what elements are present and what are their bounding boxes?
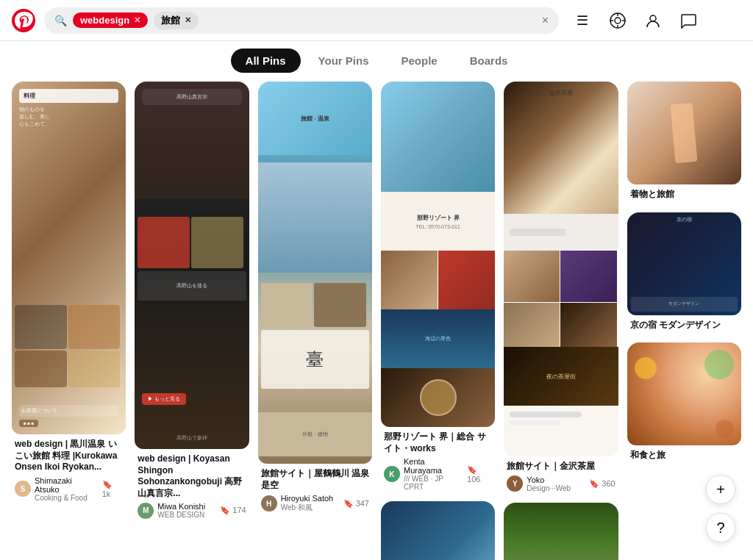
search-bar[interactable]: 🔍 webdesign ✕ 旅館 ✕ × — [44, 7, 559, 34]
tag-webdesign-close[interactable]: ✕ — [134, 15, 140, 25]
author-name: Shimazaki Atsuko — [35, 476, 99, 494]
pinterest-logo[interactable] — [12, 9, 35, 32]
list-item: 京の宿 モダンデザイン 京の宿 モダンデザイン — [627, 212, 741, 334]
pin-card[interactable]: 着物と旅館 — [627, 82, 741, 204]
filter-tabs: All Pins Your Pins People Boards — [0, 41, 753, 82]
pin-card[interactable]: 高野山真言宗 高野山を巡る ▶ もっと見る 高野山で参拝 web design … — [135, 82, 249, 520]
save-count: 🔖 106 — [467, 465, 492, 484]
avatar: M — [138, 503, 154, 519]
menu-button[interactable]: ☰ — [568, 6, 597, 35]
svg-point-2 — [615, 18, 621, 24]
svg-point-7 — [650, 15, 656, 21]
save-count: 🔖 347 — [343, 499, 369, 509]
pin-card[interactable]: 和食と旅 — [627, 342, 741, 464]
author-name: Yoko — [527, 475, 571, 484]
profile-button[interactable] — [638, 6, 668, 35]
save-count: 🔖 1k — [102, 480, 124, 498]
pin-meta: K Kenta Murayama /// WEB · JP CPRT 🔖 106 — [384, 457, 492, 491]
pin-card[interactable]: 料理 物のものを楽しむ、美し心もこめて。 お部屋について ■ ■ ■ — [12, 82, 126, 503]
save-count: 🔖 360 — [589, 479, 615, 489]
fab-container: + ? — [706, 475, 735, 542]
pin-card[interactable]: 森の宿 森の旅館・自然リゾート — [504, 503, 618, 560]
search-input[interactable] — [204, 15, 535, 26]
list-item: 那野リゾート 界 TEL: 0570-073-011 海辺の景色 那野リゾート … — [381, 82, 495, 492]
tag-ryokan[interactable]: 旅館 ✕ — [154, 12, 199, 29]
author-name: Hiroyuki Satoh — [281, 494, 334, 503]
header-icons: ☰ — [568, 6, 703, 35]
pins-grid: 料理 物のものを楽しむ、美し心もこめて。 お部屋について ■ ■ ■ — [0, 82, 753, 560]
tab-people[interactable]: People — [387, 49, 452, 73]
avatar: Y — [507, 475, 523, 492]
list-item: 森の宿 森の旅館・自然リゾート — [504, 503, 618, 560]
author-sub: WEB DESIGN — [157, 511, 205, 519]
notifications-button[interactable] — [603, 6, 632, 35]
avatar: H — [261, 495, 277, 511]
app-header: 🔍 webdesign ✕ 旅館 ✕ × ☰ — [0, 0, 753, 41]
tag-ryokan-label: 旅館 — [161, 14, 180, 27]
pin-card[interactable]: 旅館 · 温泉 臺 外観・建物 旅館サイト｜屋鶴鶴川 温泉 是空 H — [258, 82, 372, 514]
list-item: 温泉リゾート よりよい旅のために — [381, 501, 495, 560]
pin-title: 旅館サイト｜金沢茶屋 — [507, 461, 615, 473]
pin-title: web design | 黒川温泉 いこい旅館 料理 |Kurokawa Ons… — [15, 439, 123, 473]
list-item: 和食と旅 — [627, 342, 741, 464]
pin-meta: M Miwa Konishi WEB DESIGN 🔖 174 — [138, 502, 246, 519]
list-item: 高野山真言宗 高野山を巡る ▶ もっと見る 高野山で参拝 web design … — [135, 82, 249, 520]
save-count: 🔖 174 — [220, 506, 246, 515]
pin-card[interactable]: 温泉リゾート よりよい旅のために — [381, 501, 495, 560]
avatar: S — [15, 481, 31, 497]
tab-your-pins[interactable]: Your Pins — [304, 49, 384, 73]
pin-title: 旅館サイト｜屋鶴鶴川 温泉 是空 — [261, 468, 369, 491]
tab-all-pins[interactable]: All Pins — [231, 49, 301, 73]
pin-title: 京の宿 モダンデザイン — [630, 320, 738, 331]
tab-boards[interactable]: Boards — [455, 49, 523, 73]
author-sub: Design···Web — [527, 484, 571, 492]
author-name: Kenta Murayama — [404, 457, 463, 475]
add-button[interactable]: + — [706, 475, 735, 504]
list-item: 料理 物のものを楽しむ、美し心もこめて。 お部屋について ■ ■ ■ — [12, 82, 126, 503]
pin-meta: Y Yoko Design···Web 🔖 360 — [507, 475, 615, 492]
list-item: 旅館 · 温泉 臺 外観・建物 旅館サイト｜屋鶴鶴川 温泉 是空 H — [258, 82, 372, 514]
pin-title: 和食と旅 — [630, 450, 738, 462]
author-sub: Web·和風 — [281, 503, 334, 513]
author-name: Miwa Konishi — [157, 502, 205, 511]
author-sub: Cooking & Food — [35, 494, 99, 502]
tag-webdesign-label: webdesign — [80, 15, 129, 26]
search-clear-icon[interactable]: × — [542, 14, 549, 27]
avatar: K — [384, 466, 400, 482]
pin-meta: S Shimazaki Atsuko Cooking & Food 🔖 1k — [15, 476, 123, 502]
search-icon: 🔍 — [54, 15, 67, 26]
messages-button[interactable] — [674, 6, 703, 35]
pin-meta: H Hiroyuki Satoh Web·和風 🔖 347 — [261, 494, 369, 513]
pin-title: web design | Koyasan Shingon Sohonzankon… — [138, 453, 246, 499]
tag-webdesign[interactable]: webdesign ✕ — [73, 12, 148, 28]
pin-card[interactable]: 京の宿 モダンデザイン 京の宿 モダンデザイン — [627, 212, 741, 334]
pin-card[interactable]: 那野リゾート 界 TEL: 0570-073-011 海辺の景色 那野リゾート … — [381, 82, 495, 492]
list-item: 金沢茶屋 夜の茶屋街 — [504, 82, 618, 494]
pin-title: 着物と旅館 — [630, 189, 738, 201]
author-sub: /// WEB · JP CPRT — [404, 475, 463, 491]
list-item: 着物と旅館 — [627, 82, 741, 204]
pin-title: 那野リゾート 界｜総合 サイト・works — [384, 431, 492, 454]
tag-ryokan-close[interactable]: ✕ — [185, 15, 191, 25]
pin-card[interactable]: 金沢茶屋 夜の茶屋街 — [504, 82, 618, 494]
help-button[interactable]: ? — [706, 513, 735, 542]
